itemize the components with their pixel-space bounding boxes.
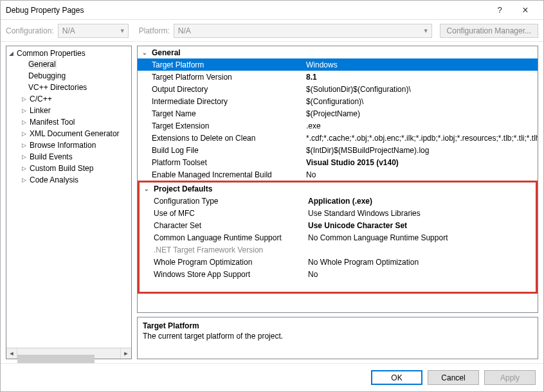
property-key: Build Log File — [138, 146, 304, 155]
tree-item[interactable]: ▷Build Events — [6, 152, 131, 162]
property-row[interactable]: Character SetUse Unicode Character Set — [140, 219, 536, 231]
property-value[interactable]: .exe — [304, 121, 538, 130]
property-value[interactable]: $(IntDir)$(MSBuildProjectName).log — [304, 146, 538, 155]
highlight-box: ⌄ Project Defaults Configuration TypeApp… — [138, 181, 538, 294]
description-heading: Target Platform — [143, 321, 532, 330]
property-row[interactable]: Output Directory$(SolutionDir)$(Configur… — [138, 83, 538, 95]
property-value[interactable]: Application (.exe) — [305, 197, 536, 206]
property-row[interactable]: Windows Store App SupportNo — [140, 268, 536, 280]
expand-icon: ▷ — [19, 154, 28, 160]
category-label: General — [152, 48, 181, 57]
property-row[interactable]: Target PlatformWindows — [138, 58, 538, 71]
property-key: Target Platform Version — [138, 73, 304, 82]
dialog-title: Debug Property Pages — [6, 6, 487, 15]
property-row[interactable]: Target Platform Version8.1 — [138, 71, 538, 83]
tree-panel: ◢ Common Properties GeneralDebuggingVC++… — [6, 46, 132, 359]
tree-item[interactable]: VC++ Directories — [6, 82, 131, 93]
property-key: Use of MFC — [140, 209, 305, 218]
property-row[interactable]: Whole Program OptimizationNo Whole Progr… — [140, 256, 536, 268]
property-value[interactable]: Windows — [304, 60, 538, 69]
scroll-right-icon[interactable]: ► — [120, 348, 131, 359]
titlebar: Debug Property Pages ? × — [1, 1, 543, 20]
property-key: Windows Store App Support — [140, 270, 305, 279]
right-panel: ⌄ General Target PlatformWindowsTarget P… — [137, 46, 538, 359]
expand-icon: ▷ — [19, 165, 28, 172]
tree-hscrollbar[interactable]: ◄ ► — [6, 348, 131, 359]
tree-item-label: General — [28, 60, 57, 69]
property-row[interactable]: Target Extension.exe — [138, 120, 538, 132]
expand-icon: ▷ — [19, 96, 28, 102]
tree-item-label: Debugging — [28, 71, 67, 80]
property-row[interactable]: Intermediate Directory$(Configuration)\ — [138, 95, 538, 107]
property-tree[interactable]: ◢ Common Properties GeneralDebuggingVC++… — [6, 46, 131, 348]
configuration-combo[interactable]: N/A ▼ — [58, 24, 129, 38]
description-pane: Target Platform The current target platf… — [137, 317, 538, 359]
property-key: Whole Program Optimization — [140, 258, 305, 267]
tree-item[interactable]: Debugging — [6, 71, 131, 81]
property-grid[interactable]: ⌄ General Target PlatformWindowsTarget P… — [137, 46, 538, 313]
property-value[interactable]: *.cdf;*.cache;*.obj;*.obj.enc;*.ilk;*.ip… — [304, 134, 538, 143]
expand-icon: ▷ — [19, 177, 28, 183]
property-row[interactable]: Extensions to Delete on Clean*.cdf;*.cac… — [138, 132, 538, 144]
category-general[interactable]: ⌄ General — [138, 46, 538, 58]
property-key: Target Platform — [138, 60, 304, 69]
property-value[interactable]: No Whole Program Optimization — [305, 258, 536, 267]
tree-item-label: Code Analysis — [28, 175, 80, 184]
tree-root[interactable]: ◢ Common Properties — [6, 48, 131, 58]
tree-item[interactable]: General — [6, 59, 131, 69]
tree-item-label: VC++ Directories — [28, 83, 88, 92]
property-row[interactable]: .NET Target Framework Version — [140, 244, 536, 256]
scroll-thumb[interactable] — [17, 355, 95, 363]
property-value[interactable]: 8.1 — [304, 73, 538, 82]
category-project-defaults[interactable]: ⌄ Project Defaults — [140, 183, 536, 195]
property-row[interactable]: Target Name$(ProjectName) — [138, 107, 538, 120]
tree-item[interactable]: ▷Linker — [6, 105, 131, 116]
platform-combo[interactable]: N/A ▼ — [174, 24, 432, 38]
property-row[interactable]: Platform ToolsetVisual Studio 2015 (v140… — [138, 156, 538, 168]
property-value[interactable]: Use Standard Windows Libraries — [305, 209, 536, 218]
property-value[interactable]: No — [304, 170, 538, 179]
property-key: Extensions to Delete on Clean — [138, 134, 304, 143]
property-value[interactable]: $(Configuration)\ — [304, 97, 538, 106]
tree-item[interactable]: ▷Code Analysis — [6, 175, 131, 185]
property-row[interactable]: Enable Managed Incremental BuildNo — [138, 168, 538, 181]
tree-item[interactable]: ▷Manifest Tool — [6, 117, 131, 127]
tree-item[interactable]: ▷Custom Build Step — [6, 163, 131, 174]
apply-button[interactable]: Apply — [484, 370, 536, 385]
property-key: Target Name — [138, 109, 304, 118]
property-value[interactable]: No Common Language Runtime Support — [305, 233, 536, 242]
tree-item-label: Browse Information — [28, 141, 97, 150]
property-row[interactable]: Configuration TypeApplication (.exe) — [140, 195, 536, 207]
scroll-left-icon[interactable]: ◄ — [6, 348, 17, 359]
property-value[interactable]: Use Unicode Character Set — [305, 221, 536, 230]
tree-item[interactable]: ▷XML Document Generator — [6, 129, 131, 139]
property-key: Enable Managed Incremental Build — [138, 170, 304, 179]
close-button[interactable]: × — [512, 4, 538, 16]
property-row[interactable]: Use of MFCUse Standard Windows Libraries — [140, 207, 536, 219]
property-row[interactable]: Build Log File$(IntDir)$(MSBuildProjectN… — [138, 144, 538, 156]
tree-item-label: Linker — [28, 106, 52, 115]
ok-button[interactable]: OK — [371, 370, 422, 385]
cancel-button[interactable]: Cancel — [428, 370, 479, 385]
property-key: Platform Toolset — [138, 158, 304, 167]
description-text: The current target platform of the proje… — [143, 332, 532, 341]
expand-icon: ▷ — [19, 107, 28, 114]
tree-item[interactable]: ▷C/C++ — [6, 94, 131, 104]
property-value[interactable]: Visual Studio 2015 (v140) — [304, 158, 538, 167]
property-row[interactable]: Common Language Runtime SupportNo Common… — [140, 231, 536, 244]
property-key: Intermediate Directory — [138, 97, 304, 106]
help-button[interactable]: ? — [487, 5, 512, 15]
property-key: Common Language Runtime Support — [140, 233, 305, 242]
property-value[interactable]: $(ProjectName) — [304, 109, 538, 118]
property-key: .NET Target Framework Version — [140, 245, 305, 254]
platform-label: Platform: — [139, 26, 170, 35]
expand-icon: ▷ — [19, 119, 28, 125]
category-label: Project Defaults — [154, 184, 212, 193]
tree-item-label: Manifest Tool — [28, 118, 76, 127]
property-key: Output Directory — [138, 85, 304, 94]
tree-item[interactable]: ▷Browse Information — [6, 140, 131, 150]
configuration-manager-button[interactable]: Configuration Manager... — [440, 24, 538, 38]
property-key: Target Extension — [138, 121, 304, 130]
property-value[interactable]: $(SolutionDir)$(Configuration)\ — [304, 85, 538, 94]
property-value[interactable]: No — [305, 270, 536, 279]
